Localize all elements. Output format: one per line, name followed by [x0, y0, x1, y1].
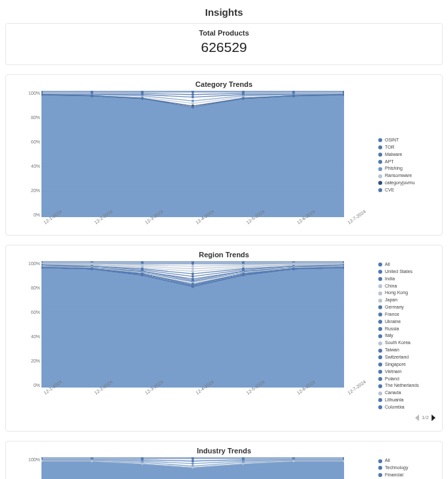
legend-item[interactable]: Singapore	[378, 361, 436, 368]
y-tick: 60%	[18, 310, 40, 315]
y-tick: 100%	[18, 457, 40, 462]
svg-point-57	[91, 95, 93, 97]
legend-label: Lithuania	[385, 397, 403, 404]
legend-item[interactable]: APT	[378, 159, 436, 166]
legend-item[interactable]: Lithuania	[378, 397, 436, 404]
svg-point-212	[141, 274, 143, 276]
legend-dot-icon	[378, 153, 382, 157]
legend-dot-icon	[378, 341, 382, 345]
x-axis-labels: 12-1-202412-2-202412-3-202412-4-202412-5…	[12, 217, 373, 226]
legend-item[interactable]: CVE	[378, 187, 436, 194]
legend-item[interactable]: Financial	[378, 472, 436, 479]
page-title: Insights	[0, 0, 448, 23]
legend-item[interactable]: Taiwan	[378, 347, 436, 354]
svg-marker-6	[41, 95, 344, 217]
chart-card: Category Trends100%80%60%40%20%0%12-1-20…	[5, 74, 443, 236]
legend-label: China	[385, 283, 397, 290]
svg-point-101	[191, 268, 194, 270]
y-axis-labels: 100%80%	[18, 457, 40, 479]
legend-dot-icon	[378, 181, 382, 185]
pager-next-icon[interactable]	[432, 415, 436, 421]
svg-point-31	[191, 96, 194, 99]
svg-point-87	[191, 263, 194, 265]
legend-item[interactable]: OSINT	[378, 137, 436, 144]
legend-dot-icon	[378, 398, 382, 402]
legend-label: Vietnam	[385, 368, 402, 376]
legend-label: All	[385, 457, 390, 465]
legend-item[interactable]: TOR	[378, 144, 436, 151]
legend-item[interactable]: All	[378, 457, 436, 465]
svg-point-260	[292, 460, 295, 463]
legend-label: Hong Kong	[385, 290, 408, 297]
legend-item[interactable]: Vietnam	[378, 368, 436, 376]
svg-point-256	[91, 460, 93, 463]
total-products-value: 626529	[12, 39, 436, 55]
legend-dot-icon	[378, 466, 382, 470]
svg-point-60	[242, 97, 245, 100]
legend-item[interactable]: Japan	[378, 297, 436, 304]
chart-title: Region Trends	[12, 251, 436, 259]
legend-item[interactable]: United States	[378, 268, 436, 276]
legend-item[interactable]: Italy	[378, 332, 436, 340]
chart-card: Industry Trends100%80%AllTechnologyFinan…	[5, 441, 443, 479]
legend-item[interactable]: South Korea	[378, 340, 436, 347]
svg-point-115	[191, 272, 194, 275]
svg-point-45	[191, 102, 194, 105]
legend-item[interactable]: categoryjuvmu	[378, 180, 436, 187]
legend-label: Switzerland	[385, 354, 409, 361]
chart-card: Region Trends100%80%60%40%20%0%12-1-2024…	[5, 245, 443, 432]
legend-item[interactable]: Ransomware	[378, 172, 436, 180]
legend-dot-icon	[378, 299, 382, 303]
legend-item[interactable]: Phishing	[378, 165, 436, 172]
chart-legend: AllUnited StatesIndiaChinaHong KongJapan…	[373, 261, 436, 422]
svg-point-38	[191, 99, 194, 102]
chart-area: 100%80%60%40%20%0%12-1-202412-2-202412-3…	[12, 261, 373, 422]
y-tick: 60%	[18, 139, 40, 144]
svg-point-58	[141, 97, 143, 100]
legend-label: CVE	[385, 187, 394, 194]
y-tick: 80%	[18, 115, 40, 120]
legend-item[interactable]: Hong Kong	[378, 290, 436, 297]
legend-dot-icon	[378, 174, 382, 178]
y-tick: 40%	[18, 334, 40, 339]
svg-point-122	[191, 275, 194, 278]
y-tick: 80%	[18, 286, 40, 290]
legend-dot-icon	[378, 188, 382, 192]
legend-item[interactable]: Colombia	[378, 404, 436, 411]
legend-item[interactable]: China	[378, 283, 436, 290]
legend-dot-icon	[378, 145, 382, 149]
legend-item[interactable]: Technology	[378, 465, 436, 472]
legend-item[interactable]: Canada	[378, 390, 436, 397]
legend-dot-icon	[378, 167, 382, 171]
chart-title: Industry Trends	[12, 447, 436, 455]
legend-item[interactable]: Poland	[378, 376, 436, 383]
chart-svg	[41, 91, 344, 217]
legend-item[interactable]: France	[378, 311, 436, 318]
legend-item[interactable]: Germany	[378, 304, 436, 311]
svg-point-108	[191, 270, 194, 272]
legend-dot-icon	[378, 138, 382, 142]
legend-item[interactable]: The Netherlands	[378, 382, 436, 390]
total-products-card: Total Products 626529	[5, 23, 443, 65]
chart-legend: AllTechnologyFinancialGovernmentTelecomm…	[373, 457, 436, 479]
legend-item[interactable]: India	[378, 276, 436, 283]
legend-dot-icon	[378, 459, 382, 463]
legend-dot-icon	[378, 355, 382, 359]
legend-label: Poland	[385, 376, 399, 383]
legend-item[interactable]: Russia	[378, 326, 436, 333]
chart-svg	[41, 457, 344, 479]
legend-label: Malware	[385, 151, 402, 159]
legend-dot-icon	[378, 473, 382, 477]
legend-label: Taiwan	[385, 347, 399, 354]
legend-item[interactable]: All	[378, 261, 436, 268]
x-tick: 12-7-2024	[347, 380, 366, 395]
legend-item[interactable]: Malware	[378, 151, 436, 159]
svg-point-61	[292, 95, 295, 97]
legend-item[interactable]: Switzerland	[378, 354, 436, 361]
legend-label: Phishing	[385, 165, 403, 172]
pager-prev-icon[interactable]	[415, 415, 419, 421]
legend-label: categoryjuvmu	[385, 180, 415, 187]
legend-item[interactable]: Ukraine	[378, 318, 436, 326]
y-tick: 40%	[18, 164, 40, 168]
svg-point-17	[191, 91, 194, 93]
